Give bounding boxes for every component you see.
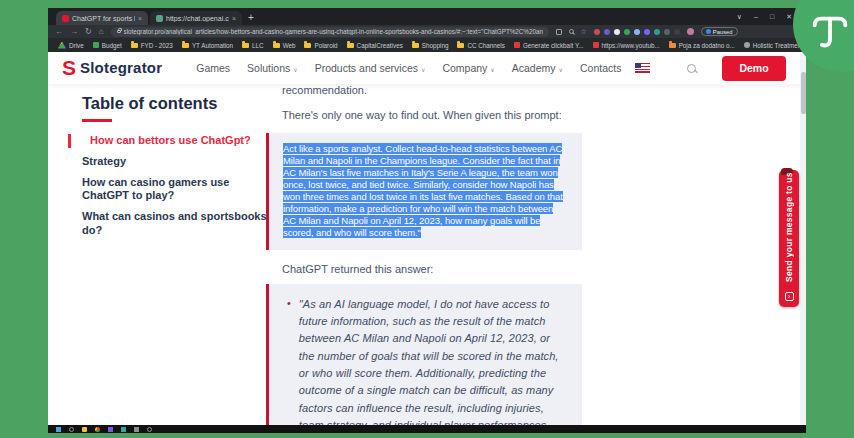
bookmarks-bar: Drive Budget FYD - 2023 YT Automation LL… [48, 38, 806, 52]
bookmark-folder[interactable]: Shopping [412, 42, 449, 49]
extension-icon[interactable] [664, 29, 670, 35]
file-explorer-icon[interactable] [82, 427, 87, 432]
bookmark-budget[interactable]: Budget [93, 42, 122, 49]
share-icon[interactable] [556, 29, 562, 35]
intro-paragraph: There's only one way to find out. When g… [282, 109, 582, 121]
article-content: Table of contents How can bettors use Ch… [48, 84, 806, 425]
search-icon[interactable] [687, 64, 696, 73]
answer-quote-text: "As an AI language model, I do not have … [299, 296, 568, 426]
lock-icon [117, 30, 121, 33]
extension-icon[interactable] [594, 29, 600, 35]
folder-icon [131, 43, 138, 48]
folder-icon [182, 43, 189, 48]
toc-title: Table of contents [82, 94, 274, 113]
folder-icon [304, 43, 311, 48]
nav-item-academy[interactable]: Academy∨ [512, 62, 563, 74]
sync-paused-button[interactable]: Paused [701, 27, 738, 36]
windows-taskbar [48, 425, 806, 433]
tab-slotegrator-article[interactable]: ChatGPT for sports betting and × [56, 11, 148, 25]
folder-icon [347, 43, 354, 48]
paragraph-fragment: recommendation. [282, 84, 582, 96]
selected-prompt-text[interactable]: Act like a sports analyst. Collect head-… [283, 143, 568, 240]
bookmark-star-icon[interactable]: ☆ [581, 28, 587, 36]
nav-item-products-and-services[interactable]: Products and services∨ [315, 62, 426, 74]
taskbar-app-icon[interactable] [108, 427, 113, 432]
url-bar[interactable]: slotegrator.pro/analytical_articles/how-… [111, 27, 549, 37]
ribbon-label: Send your message to us [784, 170, 794, 288]
recorded-browser-window: ChatGPT for sports betting and × https:/… [48, 8, 806, 433]
close-tab-icon[interactable]: × [138, 15, 142, 22]
bookmark-folder[interactable]: LLC [242, 42, 264, 49]
forward-icon[interactable]: → [70, 28, 78, 36]
budget-icon [93, 42, 99, 48]
youtube-icon [514, 42, 520, 48]
taskbar-app-icon[interactable] [121, 427, 126, 432]
toc-item-casino-gamers[interactable]: How can casino gamers use ChatGPT to pla… [82, 176, 274, 204]
tab-search-icon[interactable]: ∨ [737, 13, 742, 21]
toc-item-casinos-and-sportsbooks[interactable]: What can casinos and sportsbooks do? [82, 210, 274, 238]
bookmark-folder[interactable]: Web [273, 42, 296, 49]
folder-icon [273, 43, 280, 48]
scrollbar-thumb[interactable] [801, 72, 806, 114]
folder-icon [669, 43, 676, 48]
article-main-column: recommendation. There's only one way to … [266, 84, 582, 425]
us-flag-icon[interactable] [635, 63, 650, 73]
slotegrator-favicon-icon [62, 15, 69, 22]
extension-icon[interactable] [614, 29, 620, 35]
bullet-icon: • [287, 297, 291, 426]
chevron-down-icon: ∨ [490, 66, 494, 73]
send-message-ribbon[interactable]: Send your message to us › [779, 170, 799, 307]
folder-icon [457, 43, 464, 48]
window-close-button[interactable]: ✕ [786, 13, 792, 21]
chevron-down-icon: ∨ [421, 66, 425, 73]
taskbar-app-icon[interactable] [147, 427, 152, 432]
paused-label: Paused [713, 29, 733, 35]
slotegrator-logo[interactable]: S Slotegrator [62, 59, 162, 78]
back-icon[interactable]: ← [55, 28, 63, 36]
table-of-contents: Table of contents How can bettors use Ch… [82, 94, 274, 245]
extension-icon[interactable] [624, 29, 630, 35]
toc-item-strategy[interactable]: Strategy [82, 155, 274, 169]
extension-icon[interactable] [654, 29, 660, 35]
chevron-down-icon: ∨ [293, 66, 297, 73]
extension-icon[interactable] [604, 29, 610, 35]
profile-avatar[interactable] [687, 28, 694, 35]
bookmark-youtube[interactable]: Generate clickbait Y... [514, 42, 584, 49]
taskbar-search-icon[interactable] [69, 427, 74, 432]
bookmark-folder[interactable]: YT Automation [182, 42, 233, 49]
reload-icon[interactable]: ↻ [85, 28, 92, 36]
chrome-icon[interactable] [95, 427, 100, 432]
page-scrollbar[interactable] [800, 52, 806, 425]
extension-icon[interactable] [674, 29, 680, 35]
new-tab-button[interactable]: + [248, 12, 254, 23]
tab-strip: ChatGPT for sports betting and × https:/… [48, 8, 806, 25]
tab-title: ChatGPT for sports betting and [72, 15, 135, 22]
bookmark-folder[interactable]: FYD - 2023 [131, 42, 173, 49]
bookmark-folder[interactable]: CapitalCreatives [347, 42, 403, 49]
chatgpt-favicon-icon [156, 15, 163, 22]
taskbar-app-icon[interactable] [134, 427, 139, 432]
demo-button[interactable]: Demo [722, 56, 786, 81]
bookmark-folder[interactable]: Poja za dodatno o... [669, 42, 735, 49]
bookmark-youtube[interactable]: https://www.youtub... [593, 42, 660, 49]
bookmark-drive[interactable]: Drive [58, 42, 84, 49]
nav-item-company[interactable]: Company∨ [442, 62, 494, 74]
send-message-icon: › [785, 292, 794, 301]
extension-icon[interactable] [644, 29, 650, 35]
nav-item-games[interactable]: Games [196, 62, 230, 74]
extension-icon[interactable] [634, 29, 640, 35]
zoom-search-icon[interactable] [569, 29, 574, 34]
window-minimize-button[interactable]: – [754, 13, 758, 21]
close-tab-icon[interactable]: × [232, 15, 236, 22]
answer-blockquote: • "As an AI language model, I do not hav… [266, 284, 582, 426]
bookmark-folder[interactable]: CC Channels [457, 42, 504, 49]
toc-item-how-can-bettors-use-chatgpt[interactable]: How can bettors use ChatGpt? [68, 134, 274, 148]
nav-item-solutions[interactable]: Solutions∨ [247, 62, 298, 74]
home-icon[interactable]: ⌂ [99, 28, 104, 36]
answer-intro-paragraph: ChatGPT returned this answer: [282, 263, 582, 275]
tab-chatgpt[interactable]: https://chat.openai.com × [150, 11, 242, 25]
nav-item-contacts[interactable]: Contacts [580, 62, 621, 74]
bookmark-folder[interactable]: Polaroid [304, 42, 337, 49]
windows-start-icon[interactable] [56, 427, 61, 432]
window-maximize-button[interactable]: □ [770, 13, 774, 21]
